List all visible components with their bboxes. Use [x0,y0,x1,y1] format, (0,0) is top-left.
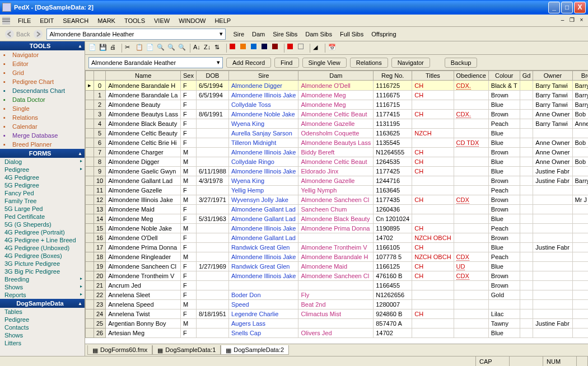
tool-calendar[interactable]: ▪Calendar [0,122,85,131]
form-5g-large-ped[interactable]: 5G Large Ped [0,205,85,213]
menu-view[interactable]: VIEW [150,16,174,25]
form-3g-picture-pedigree[interactable]: 3G Picture Pedigree [0,260,85,268]
table-row[interactable]: 17Almondene Prima DonnaFRandwick Great G… [86,243,589,252]
form-shows[interactable]: Shows▸ [0,283,85,291]
cut-icon[interactable]: ✂ [125,44,134,53]
tool-descendants-chart[interactable]: ▪Descendants Chart [0,86,85,95]
column-header[interactable]: Breeder [572,71,588,81]
table-row[interactable]: 4Almondene Black BeautyFWyena KingAlmond… [86,119,589,129]
menu-tools[interactable]: TOOLS [120,16,150,25]
maximize-button[interactable]: □ [561,2,573,13]
doc-minimize-button[interactable]: – [558,17,567,24]
nav-sire-sibs[interactable]: Sire Sibs [269,29,301,39]
form-4g-pedigree---line-breed[interactable]: 4G Pedigree + Line Breed [0,236,85,244]
save-icon[interactable]: 💾 [99,44,108,53]
data-litters[interactable]: Litters [0,339,85,347]
data-grid[interactable]: NameSexDOBSireDamReg No.TitlesObedienceC… [85,71,588,344]
table-row[interactable]: 15Almondene Noble JakeMAlmondene Illinoi… [86,224,589,233]
menu-window[interactable]: WINDOW [174,16,210,25]
flag-navy-icon[interactable] [262,44,270,53]
copy-icon[interactable]: 📋 [136,44,144,53]
worksheet-tab[interactable]: ▦DogForms60.fmx [87,345,152,355]
column-header[interactable]: Owner [533,71,572,81]
find-prev-icon[interactable]: 🔍 [178,44,187,53]
form-family-tree[interactable]: Family Tree [0,197,85,205]
form-5g--g-sheperds-[interactable]: 5G (G Sheperds) [0,220,85,228]
menu-edit[interactable]: EDIT [35,16,58,25]
table-row[interactable]: 18Almondene RingleaderMAlmondene Illinoi… [86,252,589,262]
data-tables[interactable]: Tables [0,308,85,316]
calendar-icon[interactable]: 📅 [328,44,337,53]
back-button[interactable]: Back [4,29,30,39]
form-4g-pedigree--unboxed-[interactable]: 4G Pedigree (Unboxed) [0,244,85,252]
flag-maroon-icon[interactable] [272,44,281,53]
relations-button[interactable]: Relations [350,58,388,68]
menu-help[interactable]: HELP [210,16,235,25]
tool-relations[interactable]: ▪Relations [0,113,85,122]
table-row[interactable]: 20Almondene Trontheim VFAlmondene Illino… [86,271,589,281]
table-row[interactable]: 9Almondene Gaelic GwynM6/11/1988Almonden… [86,167,589,176]
print-icon[interactable]: 🖨 [110,44,119,53]
column-header[interactable]: Name [106,71,181,81]
tool-pedigree-chart[interactable]: ▪Pedigree Chart [0,77,85,86]
form-4g-pedigree[interactable]: 4G Pedigree [0,173,85,181]
column-header[interactable]: Gd [520,71,533,81]
column-header[interactable]: DOB [196,71,228,81]
table-row[interactable]: 3Almondene Beautys LassF8/6/1991Almonden… [86,110,589,119]
mark-clear-icon[interactable] [298,44,307,53]
doc-restore-button[interactable]: ❐ [568,17,576,24]
tool-data-doctor[interactable]: ▪Data Doctor [0,95,85,104]
form-ped-certificate[interactable]: Ped Certificate [0,213,85,220]
nav-full-sibs[interactable]: Full Sibs [336,29,367,39]
table-row[interactable]: 13Almondene MaidFAlmondene Gallant LadSa… [86,205,589,214]
table-row[interactable]: 8Almondene DiggerMCollydale RingoAlmonde… [86,157,589,167]
tool-grid[interactable]: ▪Grid [0,68,85,77]
sort-custom-icon[interactable]: ⇅ [214,44,223,53]
tools-header[interactable]: TOOLS▲ [0,41,85,50]
find-button[interactable]: Find [274,58,298,68]
table-row[interactable]: 7Almondene ChargerMAlmondene Illinois Ja… [86,148,589,157]
forward-button[interactable] [33,29,43,39]
table-row[interactable]: 26Artesian MegFSnells CapOlivers Jed1470… [86,329,589,338]
data-header[interactable]: DogSampleData▲ [0,299,85,308]
column-header[interactable]: Sex [181,71,197,81]
table-row[interactable]: 12Almondene Illinois JakeM3/27/1971Wyven… [86,195,589,205]
sort-desc-icon[interactable]: Z↓ [204,44,213,53]
form-reports[interactable]: Reports▸ [0,291,85,299]
tool-editor[interactable]: ▪Editor [0,59,85,68]
table-row[interactable]: 23Annelena SpeedMSpeedBeat 2nd1280007 [86,300,589,309]
column-header[interactable]: Sire [228,71,298,81]
table-row[interactable]: 24Annelena TwistF8/18/1951Legendre Charl… [86,309,589,319]
form-4g-pedigree--boxes-[interactable]: 4G Pedigree (Boxes) [0,252,85,260]
table-row[interactable]: 6Almondene Celtic Brie HiFTilleron Midni… [86,138,589,148]
table-row[interactable]: 11Almondene GazelleFYellig HempYellig Ny… [86,186,589,195]
form-4g-pedigree--portrait-[interactable]: 4G Pedigree (Portrait) [0,228,85,236]
data-contacts[interactable]: Contacts [0,323,85,331]
flag-orange-icon[interactable] [240,44,249,53]
form-fancy-ped[interactable]: Fancy Ped [0,189,85,197]
doc-close-button[interactable]: × [577,17,586,24]
form-pedigree[interactable]: Pedigree▸ [0,166,85,173]
close-button[interactable]: X [574,2,586,13]
menu-mark[interactable]: MARK [93,16,120,25]
mark-red-icon[interactable] [287,44,296,53]
table-row[interactable]: 19Almondene Sancheen ClF1/27/1969Randwic… [86,262,589,271]
table-row[interactable]: 16Almondene O'DellFAlmondene Gallant Lad… [86,233,589,243]
table-row[interactable]: 21Ancrum JedF1166455Brown [86,281,589,290]
record-combo[interactable]: Almondene Barandale Heather ▾ [88,57,223,68]
nav-dam[interactable]: Dam [248,29,269,39]
worksheet-tab[interactable]: ▦DogSampleData:1 [152,345,221,355]
find-icon[interactable]: 🔍 [157,44,166,53]
table-row[interactable]: ▸0Almondene Barandale HF6/5/1994Almonden… [86,81,589,91]
flag-blue-icon[interactable] [251,44,260,53]
flag-red-icon[interactable] [230,44,239,53]
tool-merge-database[interactable]: ▪Merge Database [0,131,85,140]
table-row[interactable]: 10Almondene Gallant LadM4/3/1978Wyena Ki… [86,176,589,186]
nav-offspring[interactable]: Offspring [367,29,400,39]
form-dialog[interactable]: Dialog▸ [0,158,85,166]
navigation-combo[interactable]: Almondene Barandale Heather ▾ [46,29,226,40]
table-row[interactable]: 5Almondene Celtic BeautyFAurella Sanjay … [86,129,589,138]
horizontal-scrollbar[interactable] [291,346,586,354]
nav-dam-sibs[interactable]: Dam Sibs [301,29,336,39]
column-header[interactable]: Colour [488,71,520,81]
